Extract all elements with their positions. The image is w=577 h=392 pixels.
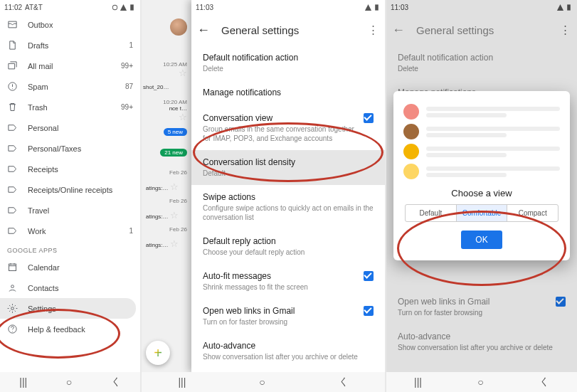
setting-conversation-view[interactable]: Conversation viewGroup emails in the sam… [191, 106, 385, 150]
setting-manage-notif[interactable]: Manage notifications [191, 80, 385, 106]
checkbox-icon[interactable] [364, 271, 374, 281]
android-navbar: ||| ○ く [0, 372, 140, 392]
star-icon[interactable]: ☆ [170, 238, 179, 249]
preview-row [403, 104, 560, 120]
star-icon[interactable]: ☆ [179, 112, 187, 122]
status-time: 11:03 [196, 4, 213, 11]
drawer-drafts[interactable]: Drafts1 [0, 35, 140, 55]
spam-icon [7, 81, 18, 92]
android-navbar: ||| ○ く [386, 372, 577, 392]
nav-drawer: Outbox Drafts1 All mail99+ Spam87 Trash9… [0, 14, 140, 392]
setting-swipe-actions[interactable]: Swipe actionsConfigure swipe actions to … [191, 185, 385, 229]
compose-fab[interactable]: + [146, 341, 170, 365]
drawer-personal[interactable]: Personal [0, 117, 140, 138]
help-icon [7, 324, 18, 334]
drawer-calendar[interactable]: Calendar [0, 257, 140, 277]
setting-list-density[interactable]: Conversation list densityDefault [191, 150, 385, 185]
time-label: 10:25 AM [163, 61, 187, 68]
signal-icon [120, 4, 127, 11]
checkbox-icon[interactable] [364, 113, 374, 123]
label-icon [7, 143, 18, 154]
star-icon[interactable]: ☆ [179, 68, 187, 78]
badge-new: 21 new [160, 149, 187, 157]
star-icon[interactable]: ☆ [170, 181, 179, 192]
option-comfortable[interactable]: Comfortable [457, 205, 508, 221]
drawer-personal-taxes[interactable]: Personal/Taxes [0, 138, 140, 159]
setting-default-reply[interactable]: Default reply actionChoose your default … [191, 229, 385, 264]
star-icon[interactable]: ☆ [170, 210, 179, 221]
alarm-icon [111, 4, 119, 11]
date-label: Feb 26 [142, 223, 191, 235]
date-label: Feb 26 [142, 166, 191, 179]
android-navbar: ||| ○ く [142, 372, 385, 392]
battery-icon [128, 4, 136, 11]
drawer-receipts-online[interactable]: Receipts/Online receipts [0, 179, 140, 200]
setting-weblinks[interactable]: Open web links in GmailTurn on for faste… [191, 299, 385, 334]
panel-drawer: 11:02 AT&T Outbox Drafts1 All mail99+ Sp… [0, 0, 140, 392]
preview-row [403, 144, 560, 159]
svg-rect-1 [9, 264, 16, 270]
density-segmented: Default Comfortable Compact [405, 204, 559, 222]
appbar: ← General settings ⋮ [191, 14, 385, 46]
drawer-settings[interactable]: Settings [0, 298, 136, 319]
checkbox-icon[interactable] [364, 306, 374, 316]
drawer-spam[interactable]: Spam87 [0, 76, 140, 97]
date-label: Feb 26 [142, 195, 191, 207]
avatar-icon [403, 144, 419, 159]
ok-button[interactable]: OK [461, 231, 502, 249]
nav-recents[interactable]: ||| [19, 376, 27, 388]
drawer-outbox[interactable]: Outbox [0, 14, 140, 35]
nav-back[interactable]: く [111, 376, 121, 388]
nav-recents[interactable]: ||| [178, 376, 186, 388]
panel-dialog: 11:03 ← General settings ⋮ Default notif… [386, 0, 577, 392]
inbox-peek: 10:25 AM☆ shot_20… 10:20 AMnce t…☆ 5 new… [142, 0, 191, 392]
setting-autoadvance[interactable]: Auto-advanceShow conversation list after… [191, 334, 385, 369]
nav-home[interactable]: ○ [259, 376, 265, 388]
svg-point-2 [11, 285, 14, 288]
option-compact[interactable]: Compact [507, 205, 558, 221]
label-icon [7, 122, 18, 133]
drawer-trash[interactable]: Trash99+ [0, 97, 140, 117]
option-default[interactable]: Default [406, 205, 457, 221]
calendar-icon [7, 262, 18, 272]
battery-icon [373, 4, 381, 11]
status-time: 11:02 [4, 4, 22, 11]
setting-default-notif[interactable]: Default notification actionDelete [191, 46, 385, 80]
drawer-allmail[interactable]: All mail99+ [0, 55, 140, 76]
gear-icon [7, 303, 18, 314]
drawer-work[interactable]: Work1 [0, 221, 140, 241]
avatar-icon [403, 104, 419, 120]
panel-settings: 10:25 AM☆ shot_20… 10:20 AMnce t…☆ 5 new… [142, 0, 385, 392]
signal-icon [364, 4, 372, 11]
avatar[interactable] [170, 18, 187, 36]
time-label: 10:20 AM [163, 99, 187, 105]
nav-home[interactable]: ○ [477, 376, 483, 388]
label-icon [7, 184, 18, 195]
drawer-help[interactable]: Help & feedback [0, 319, 140, 339]
drawer-contacts[interactable]: Contacts [0, 277, 140, 298]
nav-back[interactable]: く [539, 376, 549, 388]
nav-home[interactable]: ○ [66, 376, 72, 388]
overflow-icon[interactable]: ⋮ [366, 23, 379, 36]
drafts-icon [7, 40, 18, 51]
status-carrier: AT&T [25, 4, 43, 11]
status-bar: 11:02 AT&T [0, 0, 140, 14]
label-icon [7, 226, 18, 236]
plus-icon: + [154, 345, 162, 361]
setting-autofit[interactable]: Auto-fit messagesShrink messages to fit … [191, 264, 385, 299]
avatar-icon [403, 124, 419, 139]
trash-icon [7, 102, 18, 112]
contacts-icon [7, 282, 18, 293]
attachment-chip[interactable]: shot_20… [142, 81, 191, 93]
settings-list: Default notification actionDelete Manage… [191, 46, 385, 369]
settings-sheet: 11:03 ← General settings ⋮ Default notif… [191, 0, 385, 372]
nav-recents[interactable]: ||| [414, 376, 422, 388]
outbox-icon [7, 19, 18, 30]
drawer-receipts[interactable]: Receipts [0, 159, 140, 179]
back-icon[interactable]: ← [197, 23, 210, 38]
nav-back[interactable]: く [339, 376, 349, 388]
avatar-icon [403, 164, 419, 179]
preview-row [403, 164, 560, 179]
drawer-travel[interactable]: Travel [0, 200, 140, 221]
label-icon [7, 205, 18, 216]
